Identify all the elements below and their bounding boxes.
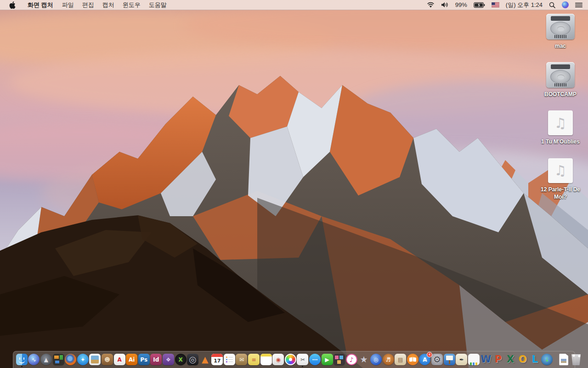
dock-photo-booth[interactable] [334, 353, 345, 367]
battery-percent: 99% [455, 1, 467, 8]
dock-preview[interactable] [89, 353, 101, 367]
photoshop-glyph: Ps [140, 357, 147, 362]
menu-item-편집[interactable]: 편집 [78, 1, 98, 9]
dock-trash-full[interactable] [570, 353, 582, 367]
dock-photoshop[interactable]: Ps [138, 353, 150, 367]
desktop-icon-12-parle-t-il-de-moi-[interactable]: ♫12 Parle-T-Il De Moi? [538, 158, 582, 201]
illustrator-glyph: Ai [129, 357, 135, 362]
toolbox-app-glyph: ❖ [166, 357, 171, 362]
volume-icon[interactable] [441, 2, 449, 8]
excel-icon: X [505, 354, 516, 365]
dock-powerpoint[interactable]: P [492, 353, 504, 367]
dock-indesign[interactable]: Id [150, 353, 162, 367]
dock-outlook[interactable]: O [517, 353, 529, 367]
dock-facetime[interactable]: ▶ [321, 353, 333, 367]
outlook-glyph: O [519, 355, 527, 364]
dock-reminders[interactable] [223, 353, 235, 367]
dock-newsstand-app[interactable]: ▤ [395, 353, 407, 367]
dock-messages[interactable]: ⋯ [309, 353, 321, 367]
dock-numbers[interactable] [468, 353, 480, 367]
menu-item-윈도우[interactable]: 윈도우 [119, 1, 145, 9]
desktop-icon-label: 1 Tu M'Oublies [541, 138, 580, 145]
us-flag-icon[interactable] [492, 2, 499, 7]
dock-photos[interactable] [284, 353, 296, 367]
audio-file-icon: ♫ [548, 110, 573, 135]
dock-pages[interactable]: ✒ [456, 353, 468, 367]
grab-screen-capture-icon: ✂ [297, 354, 308, 365]
messages-glyph: ⋯ [312, 357, 318, 362]
system-preferences-glyph: ⚙ [433, 355, 441, 364]
dock-vlc[interactable]: ▲ [199, 353, 211, 367]
dock-illustrator[interactable]: Ai [126, 353, 138, 367]
word-glyph: W [481, 355, 491, 364]
mission-control-icon [53, 354, 64, 365]
notepad-icon [260, 354, 272, 365]
dock-mission-control[interactable] [52, 353, 64, 367]
powerpoint-glyph: P [495, 355, 502, 364]
dock-keynote[interactable] [443, 353, 455, 367]
dock-disk-utility-app[interactable]: ◎ [187, 353, 199, 367]
dock-garageband[interactable]: ♬ [382, 353, 394, 367]
app-menu-title[interactable]: 화면 캡처 [23, 0, 58, 10]
dock-ballot-box-app[interactable]: ✉ [236, 353, 248, 367]
dock-firefox[interactable] [65, 353, 77, 367]
dock-acrobat[interactable]: A [113, 353, 125, 367]
dock-word[interactable]: W [480, 353, 492, 367]
dock-contacts[interactable]: ☻ [101, 353, 113, 367]
dock-notepad[interactable] [260, 353, 272, 367]
downloader-globe-icon: ⇣ [541, 354, 553, 365]
firefox-icon [65, 354, 76, 365]
ballot-box-app-glyph: ✉ [239, 357, 244, 362]
dock-app-store[interactable]: A4 [419, 353, 431, 367]
newsstand-app-glyph: ▤ [398, 357, 403, 362]
dock-grab-screen-capture[interactable]: ✂ [297, 353, 309, 367]
pages-glyph: ✒ [459, 357, 464, 362]
desktop-icon-1-tu-m-oublies[interactable]: ♫1 Tu M'Oublies [538, 110, 582, 145]
launchpad-glyph: ▲ [44, 357, 48, 362]
menu-clock[interactable]: (일) 오후 1:24 [506, 1, 543, 9]
dock-toolbox-app[interactable]: ❖ [162, 353, 174, 367]
menu-item-캡처[interactable]: 캡처 [98, 1, 119, 9]
dock-lync[interactable]: L [529, 353, 541, 367]
dock-calendar[interactable]: 17 [211, 353, 223, 367]
facetime-icon: ▶ [322, 354, 333, 365]
dock-apps: ∿▲✦☻AAiPsId❖X◎▲17✉≡◉✂⋯▶♪★◎♬▤A4⚙✒WPXOL⇣ [16, 353, 553, 367]
dock-print-doc-app[interactable]: ◉ [272, 353, 284, 367]
ibooks-icon [407, 354, 418, 365]
finder-icon [16, 354, 28, 365]
siri-icon[interactable] [562, 1, 569, 8]
apple-menu[interactable] [0, 0, 23, 10]
stickies-glyph: ≡ [252, 357, 256, 362]
itunes-glyph: ♪ [350, 356, 354, 363]
imovie-star-icon: ★ [358, 354, 369, 365]
dock-imovie-star[interactable]: ★ [358, 353, 370, 367]
dock-stickies[interactable]: ≡ [248, 353, 260, 367]
app-store-glyph: A [423, 357, 427, 362]
dock-system-preferences[interactable]: ⚙ [431, 353, 443, 367]
spotlight-search-icon[interactable] [549, 2, 555, 8]
battery-charging-icon[interactable] [474, 2, 485, 8]
menu-item-도움말[interactable]: 도움말 [145, 1, 171, 9]
downloader-globe-glyph: ⇣ [545, 357, 549, 362]
newsstand-app-icon: ▤ [395, 354, 406, 365]
running-indicator [21, 366, 23, 367]
audio-file-icon: ♫ [548, 158, 573, 183]
dock-excel[interactable]: X [504, 353, 516, 367]
dock-dvd-player[interactable]: ◎ [370, 353, 382, 367]
menu-item-파일[interactable]: 파일 [58, 1, 78, 9]
dock-safari[interactable]: ✦ [77, 353, 89, 367]
dock-siri[interactable]: ∿ [28, 353, 40, 367]
wifi-icon[interactable] [427, 2, 435, 8]
desktop-icon-mac[interactable]: mac [538, 14, 582, 50]
dock-finder[interactable] [16, 353, 28, 367]
powerpoint-icon: P [492, 354, 504, 365]
dock-launchpad[interactable]: ▲ [40, 353, 52, 367]
dock-photo-x-app[interactable]: X [175, 353, 187, 367]
notification-center-icon[interactable] [575, 2, 582, 8]
dock-itunes[interactable]: ♪ [345, 353, 357, 367]
dock-ibooks[interactable] [407, 353, 418, 367]
dock-downloader-globe[interactable]: ⇣ [541, 353, 553, 367]
desktop-icon-bootcamp[interactable]: BOOTCAMP [538, 62, 582, 98]
dock-screenshot-file[interactable] [558, 353, 570, 367]
contacts-glyph: ☻ [104, 357, 110, 362]
